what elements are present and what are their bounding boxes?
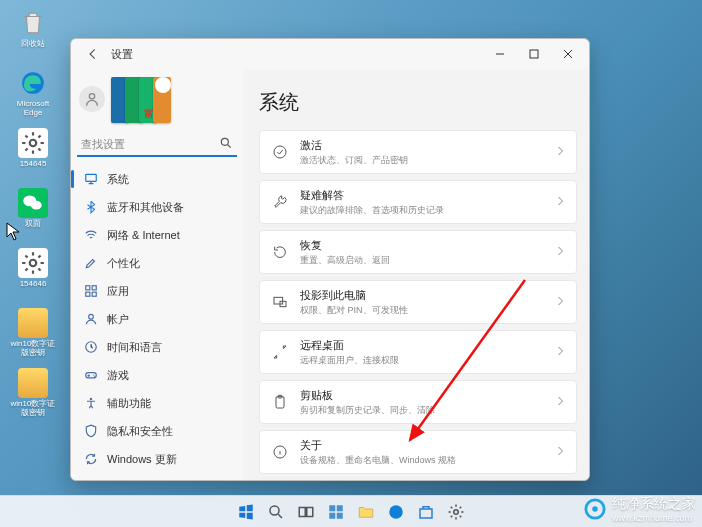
chevron-right-icon [554,143,566,161]
folder-icon [357,503,375,521]
recovery-icon [270,244,290,260]
sidebar-item-gaming[interactable]: 游戏 [77,361,237,389]
arrow-left-icon [86,47,100,61]
sidebar-item-system[interactable]: 系统 [77,165,237,193]
close-button[interactable] [551,41,585,67]
clipboard-icon [270,394,290,410]
taskbar-start[interactable] [234,500,258,524]
card-clipboard[interactable]: 剪贴板剪切和复制历史记录、同步、清除 [259,380,577,424]
svg-rect-12 [92,292,96,296]
taskbar-store[interactable] [414,500,438,524]
sidebar-item-apps[interactable]: 应用 [77,277,237,305]
remote-icon [270,344,290,360]
desktop-icon-wechat[interactable]: 双面 [8,188,58,244]
svg-rect-30 [329,512,335,518]
maximize-button[interactable] [517,41,551,67]
svg-rect-15 [86,373,97,378]
watermark: 纯净系统之家 www.kzmhome.com [584,495,696,523]
svg-point-1 [30,140,37,147]
sidebar: 富 系统 蓝牙和其他设备 网络 & Internet 个性化 应用 帐户 时间和… [71,69,243,480]
settings-window: 设置 富 系统 蓝牙和其他设备 [70,38,590,481]
minimize-icon [495,49,505,59]
chevron-right-icon [554,343,566,361]
sidebar-item-accounts[interactable]: 帐户 [77,305,237,333]
desktop: 回收站 Microsoft Edge 154645 双面 154646 win1… [0,0,702,527]
taskbar-widgets[interactable] [324,500,348,524]
card-remote-desktop[interactable]: 远程桌面远程桌面用户、连接权限 [259,330,577,374]
user-icon [84,91,100,107]
sidebar-item-update[interactable]: Windows 更新 [77,445,237,473]
card-recovery[interactable]: 恢复重置、高级启动、返回 [259,230,577,274]
card-about[interactable]: 关于设备规格、重命名电脑、Windows 规格 [259,430,577,474]
accessibility-icon [83,396,99,410]
desktop-icon-settings-1[interactable]: 154645 [8,128,58,184]
avatar [79,86,105,112]
sidebar-item-label: Windows 更新 [107,452,177,467]
taskbar-settings[interactable] [444,500,468,524]
gear-icon [20,130,46,156]
shield-icon [83,424,99,438]
store-icon [417,503,435,521]
sidebar-item-label: 时间和语言 [107,340,162,355]
desktop-icon-edge[interactable]: Microsoft Edge [8,68,58,124]
titlebar: 设置 [71,39,589,69]
gamepad-icon [83,368,99,382]
watermark-logo-icon [584,498,606,520]
recycle-bin-icon [20,10,46,36]
page-title: 系统 [259,89,577,116]
svg-rect-11 [86,292,90,296]
back-button[interactable] [81,42,105,66]
search-wrap [77,133,237,157]
svg-rect-29 [337,505,343,511]
desktop-icon-settings-2[interactable]: 154646 [8,248,58,304]
svg-point-7 [221,138,228,145]
sidebar-item-bluetooth[interactable]: 蓝牙和其他设备 [77,193,237,221]
edge-icon [387,503,405,521]
folder-icon [18,368,48,398]
user-row[interactable]: 富 [77,71,237,129]
desktop-icon-recycle-bin[interactable]: 回收站 [8,8,58,64]
chevron-right-icon [554,193,566,211]
svg-point-35 [592,506,598,512]
desktop-icon-folder-1[interactable]: win10数字证 版密钥 [8,308,58,364]
svg-point-19 [274,146,286,158]
chevron-right-icon [554,293,566,311]
svg-rect-9 [86,286,90,290]
widgets-icon [327,503,345,521]
svg-point-33 [454,509,459,514]
sidebar-item-privacy[interactable]: 隐私和安全性 [77,417,237,445]
svg-rect-28 [329,505,335,511]
search-input[interactable] [77,133,237,157]
chevron-right-icon [554,243,566,261]
chevron-right-icon [554,443,566,461]
taskbar-search[interactable] [264,500,288,524]
apps-icon [83,284,99,298]
desktop-icons: 回收站 Microsoft Edge 154645 双面 154646 win1… [8,8,58,428]
taskview-icon [297,503,315,521]
desktop-icon-folder-2[interactable]: win10数字证 版密钥 [8,368,58,424]
taskbar-edge[interactable] [384,500,408,524]
svg-rect-10 [92,286,96,290]
card-troubleshoot[interactable]: 疑难解答建议的故障排除、首选项和历史记录 [259,180,577,224]
sidebar-item-label: 帐户 [107,312,129,327]
svg-rect-5 [530,50,538,58]
sidebar-item-time[interactable]: 时间和语言 [77,333,237,361]
svg-point-32 [389,505,403,519]
card-activation[interactable]: 激活激活状态、订阅、产品密钥 [259,130,577,174]
minimize-button[interactable] [483,41,517,67]
sidebar-item-label: 蓝牙和其他设备 [107,200,184,215]
sidebar-item-label: 网络 & Internet [107,228,180,243]
sidebar-item-accessibility[interactable]: 辅助功能 [77,389,237,417]
monitor-icon [83,172,99,186]
sidebar-item-label: 系统 [107,172,129,187]
info-icon [270,444,290,460]
taskbar-explorer[interactable] [354,500,378,524]
bluetooth-icon [83,200,99,214]
project-icon [270,294,290,310]
sidebar-item-network[interactable]: 网络 & Internet [77,221,237,249]
sidebar-item-personalization[interactable]: 个性化 [77,249,237,277]
svg-point-13 [89,314,94,319]
gear-icon [20,250,46,276]
card-projecting[interactable]: 投影到此电脑权限、配对 PIN、可发现性 [259,280,577,324]
taskbar-taskview[interactable] [294,500,318,524]
